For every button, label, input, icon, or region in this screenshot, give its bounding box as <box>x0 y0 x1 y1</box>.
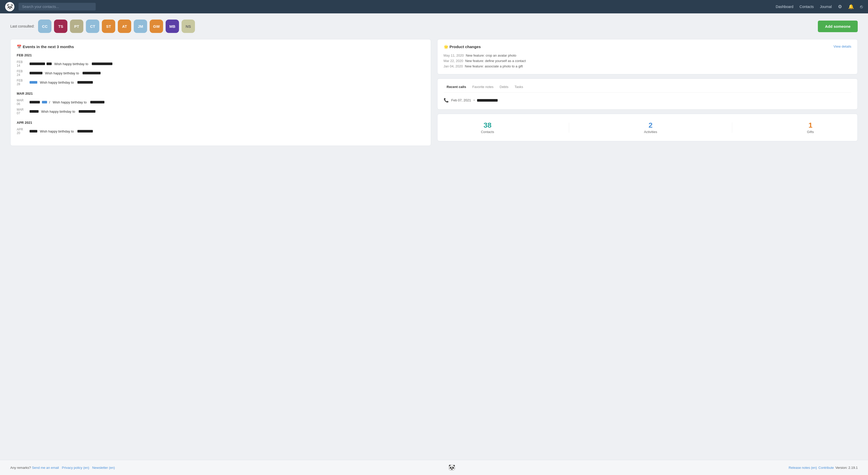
month-feb: FEB 2021 FEB 14 Wish happy birthday to F… <box>17 53 425 87</box>
recent-calls-card: Recent calls Favorite notes Debts Tasks … <box>437 79 858 110</box>
event-row: FEB 14 Wish happy birthday to <box>17 59 425 68</box>
events-card: 📅 Events in the next 3 months FEB 2021 F… <box>10 39 431 146</box>
activities-value: 2 <box>644 121 657 129</box>
activities-label: Activities <box>644 130 657 134</box>
header: 🐼 Dashboard Contacts Journal ⚙ 🔔 ⎋ <box>0 0 868 13</box>
month-feb-label: FEB 2021 <box>17 53 425 57</box>
tabs-row: Recent calls Favorite notes Debts Tasks <box>444 84 851 93</box>
footer: Any remarks? Send me an email Privacy po… <box>0 460 868 475</box>
avatar-cc[interactable]: CC <box>38 20 52 33</box>
stats-card: 38 Contacts 2 Activities 1 Gifts <box>437 114 858 141</box>
change-text: New feature: associate a photo to a gift <box>465 64 523 68</box>
event-date: APR 20 <box>17 128 27 135</box>
event-date: FEB 24 <box>17 69 27 77</box>
avatar-at[interactable]: AT <box>118 20 131 33</box>
event-text: Wish happy birthday to <box>45 71 79 75</box>
footer-email-link[interactable]: Send me an email <box>32 466 59 470</box>
avatar-jm[interactable]: JM <box>134 20 147 33</box>
event-row: FEB 24 Wish happy birthday to <box>17 68 425 78</box>
footer-right: Release notes (en) Contribute Version: 2… <box>788 466 858 470</box>
event-text: Wish happy birthday to <box>40 81 74 84</box>
event-text: Wish happy birthday to <box>41 110 75 114</box>
tab-favorite-notes[interactable]: Favorite notes <box>469 84 496 90</box>
last-consulted-label: Last consulted: <box>10 24 34 28</box>
stats-row: 38 Contacts 2 Activities 1 Gifts <box>444 119 851 136</box>
avatar-gw[interactable]: GW <box>150 20 163 33</box>
event-text: Wish happy birthday to <box>54 62 88 66</box>
month-mar-label: MAR 2021 <box>17 92 425 95</box>
stat-gifts: 1 Gifts <box>807 121 814 134</box>
change-date: Jan 04, 2020 <box>444 64 463 68</box>
footer-release-notes-link[interactable]: Release notes (en) <box>788 466 817 470</box>
event-date: MAR 07 <box>17 108 27 115</box>
events-title: 📅 Events in the next 3 months <box>17 44 425 49</box>
footer-center: 🐼 <box>448 464 455 471</box>
change-text: New feature: crop an avatar photo <box>466 54 517 57</box>
event-row: APR 20 Wish happy birthday to <box>17 127 425 136</box>
last-consulted-row: Last consulted: CC TS PT CT ST AT JM GW … <box>10 20 858 33</box>
footer-privacy-link[interactable]: Privacy policy (en) <box>62 466 89 470</box>
avatar-st[interactable]: ST <box>102 20 115 33</box>
footer-newsletter-link[interactable]: Newsletter (en) <box>92 466 115 470</box>
month-apr: APR 2021 APR 20 Wish happy birthday to <box>17 121 425 136</box>
avatar-ts[interactable]: TS <box>54 20 67 33</box>
avatar-mb[interactable]: MB <box>166 20 179 33</box>
event-row: MAR 06 / Wish happy birthday to <box>17 97 425 107</box>
event-date: MAR 06 <box>17 98 27 106</box>
change-date: May 11, 2020 <box>444 54 464 57</box>
view-details-link[interactable]: View details <box>834 44 851 48</box>
phone-icon: 📞 <box>444 98 449 103</box>
contacts-label: Contacts <box>481 130 494 134</box>
event-date: FEB 28 <box>17 79 27 86</box>
month-mar: MAR 2021 MAR 06 / Wish happy birthday to… <box>17 92 425 116</box>
header-nav: Dashboard Contacts Journal ⚙ 🔔 ⎋ <box>776 4 863 9</box>
event-text: Wish happy birthday to <box>53 100 87 104</box>
footer-left: Any remarks? Send me an email Privacy po… <box>10 466 115 470</box>
gifts-label: Gifts <box>807 130 814 134</box>
logo[interactable]: 🐼 <box>5 2 14 11</box>
main-content: Last consulted: CC TS PT CT ST AT JM GW … <box>0 13 868 460</box>
footer-contribute-link[interactable]: Contribute <box>818 466 834 470</box>
product-changes-card: 🌟 Product changes View details May 11, 2… <box>437 39 858 75</box>
call-row: 📞 Feb 07, 2021 • <box>444 96 851 104</box>
call-date: Feb 07, 2021 <box>452 98 471 102</box>
footer-version: Version: 2.19.1 <box>835 466 858 470</box>
event-date: FEB 14 <box>17 60 27 67</box>
footer-remarks-text: Any remarks? <box>10 466 31 470</box>
tab-debts[interactable]: Debts <box>497 84 512 90</box>
change-date: Mar 22, 2020 <box>444 59 463 63</box>
footer-logo: 🐼 <box>448 464 455 471</box>
avatar-ns[interactable]: NS <box>182 20 195 33</box>
avatar-ct[interactable]: CT <box>86 20 99 33</box>
change-row: Jan 04, 2020 New feature: associate a ph… <box>444 64 851 69</box>
nav-dashboard[interactable]: Dashboard <box>776 5 794 9</box>
gifts-value: 1 <box>807 121 814 129</box>
change-row: Mar 22, 2020 New feature: define yoursel… <box>444 58 851 64</box>
dashboard-grid: 📅 Events in the next 3 months FEB 2021 F… <box>10 39 858 146</box>
avatar-pt[interactable]: PT <box>70 20 83 33</box>
contacts-value: 38 <box>481 121 494 129</box>
event-text: Wish happy birthday to <box>40 129 74 133</box>
month-apr-label: APR 2021 <box>17 121 425 124</box>
change-text: New feature: define yourself as a contac… <box>465 59 526 63</box>
event-row: FEB 28 Wish happy birthday to <box>17 78 425 87</box>
event-row: MAR 07 Wish happy birthday to <box>17 107 425 116</box>
nav-contacts[interactable]: Contacts <box>800 5 814 9</box>
stat-contacts: 38 Contacts <box>481 121 494 134</box>
tab-tasks[interactable]: Tasks <box>512 84 526 90</box>
logout-icon[interactable]: ⎋ <box>860 4 863 9</box>
nav-journal[interactable]: Journal <box>820 5 832 9</box>
bell-icon[interactable]: 🔔 <box>848 4 854 9</box>
change-row: May 11, 2020 New feature: crop an avatar… <box>444 53 851 58</box>
right-column: 🌟 Product changes View details May 11, 2… <box>437 39 858 141</box>
tab-recent-calls[interactable]: Recent calls <box>444 84 469 90</box>
settings-icon[interactable]: ⚙ <box>838 4 842 9</box>
search-input[interactable] <box>19 3 96 10</box>
stat-activities: 2 Activities <box>644 121 657 134</box>
add-someone-button[interactable]: Add someone <box>818 21 858 32</box>
product-changes-title: 🌟 Product changes <box>444 44 481 49</box>
